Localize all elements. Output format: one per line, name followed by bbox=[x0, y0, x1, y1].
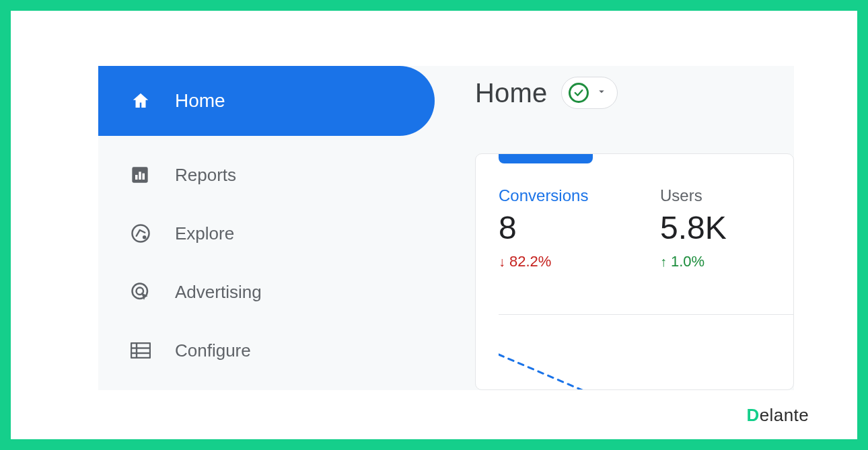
metric-value: 5.8K bbox=[660, 209, 794, 246]
sidebar-item-reports[interactable]: Reports bbox=[98, 155, 435, 195]
target-click-icon bbox=[131, 282, 160, 302]
sidebar-item-configure[interactable]: Configure bbox=[98, 330, 435, 371]
arrow-up-icon: ↑ bbox=[660, 255, 667, 268]
metric-delta-value: 1.0% bbox=[671, 253, 704, 270]
sidebar-item-label: Configure bbox=[175, 340, 251, 361]
sidebar-item-label: Home bbox=[175, 90, 225, 112]
svg-rect-1 bbox=[135, 175, 138, 180]
svg-point-5 bbox=[143, 235, 147, 239]
sidebar-item-label: Advertising bbox=[175, 282, 262, 303]
metrics-row: Conversions 8 ↓ 82.2% Users 5.8K ↑ 1.0% bbox=[499, 186, 794, 270]
brand-rest: elante bbox=[760, 405, 809, 426]
metrics-card: Conversions 8 ↓ 82.2% Users 5.8K ↑ 1.0% bbox=[475, 153, 794, 390]
page-title: Home bbox=[475, 78, 548, 108]
svg-line-12 bbox=[499, 354, 600, 390]
explore-icon bbox=[131, 223, 160, 243]
metric-delta: ↑ 1.0% bbox=[660, 253, 794, 270]
arrow-down-icon: ↓ bbox=[499, 255, 505, 268]
sidebar-item-explore[interactable]: Explore bbox=[98, 213, 435, 254]
outer-frame: Home Reports Explore bbox=[0, 0, 868, 450]
inner-canvas: Home Reports Explore bbox=[20, 20, 848, 430]
metric-conversions[interactable]: Conversions 8 ↓ 82.2% bbox=[499, 186, 660, 270]
sparkline-chart bbox=[499, 349, 647, 390]
sidebar: Home Reports Explore bbox=[98, 66, 435, 390]
home-icon bbox=[131, 91, 160, 111]
svg-rect-2 bbox=[139, 172, 141, 180]
page-header: Home bbox=[475, 77, 618, 109]
svg-point-4 bbox=[133, 225, 149, 242]
check-circle-icon bbox=[569, 83, 589, 103]
svg-rect-3 bbox=[143, 174, 145, 180]
metric-label: Users bbox=[660, 186, 794, 205]
sidebar-item-home[interactable]: Home bbox=[98, 66, 435, 136]
configure-icon bbox=[131, 342, 160, 359]
status-dropdown[interactable] bbox=[561, 77, 618, 109]
card-divider bbox=[499, 314, 793, 315]
metric-value: 8 bbox=[499, 209, 660, 246]
active-tab-indicator bbox=[499, 154, 593, 163]
sidebar-item-advertising[interactable]: Advertising bbox=[98, 272, 435, 312]
metric-users[interactable]: Users 5.8K ↑ 1.0% bbox=[660, 186, 794, 270]
metric-delta: ↓ 82.2% bbox=[499, 253, 660, 270]
sidebar-item-label: Explore bbox=[175, 223, 234, 244]
brand-first-letter: D bbox=[747, 405, 760, 426]
metric-delta-value: 82.2% bbox=[509, 253, 551, 270]
analytics-app: Home Reports Explore bbox=[98, 66, 794, 390]
bar-chart-icon bbox=[131, 165, 160, 184]
metric-label: Conversions bbox=[499, 186, 660, 205]
chevron-down-icon bbox=[595, 85, 608, 100]
sidebar-item-label: Reports bbox=[175, 165, 236, 186]
svg-rect-8 bbox=[131, 343, 150, 358]
brand-logo: Delante bbox=[747, 405, 809, 426]
